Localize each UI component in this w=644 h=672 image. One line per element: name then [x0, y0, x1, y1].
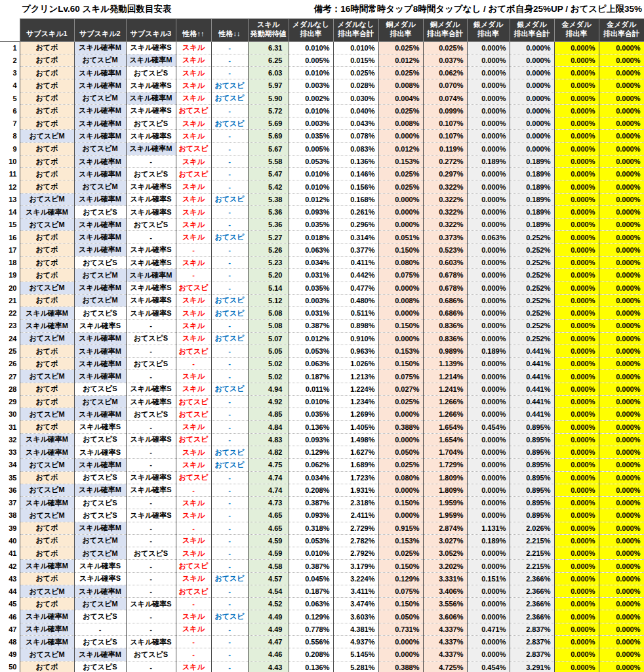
subskill3-cell[interactable]: スキル確率S — [126, 471, 176, 484]
silver-medal-total-cell[interactable]: 0.441% — [510, 408, 554, 421]
bronze-medal-total-cell[interactable]: 1.266% — [423, 408, 467, 421]
bronze-medal-total-cell[interactable]: 3.406% — [423, 585, 467, 597]
subskill2-cell[interactable]: おてスピM — [74, 294, 126, 306]
bronze-medal-rate-cell[interactable]: 0.000% — [378, 130, 423, 142]
subskill2-cell[interactable]: おてスピS — [74, 497, 126, 509]
silver-medal-total-cell[interactable]: 0.252% — [510, 320, 554, 332]
gold-medal-total-cell[interactable]: 0.000% — [599, 130, 644, 142]
nature-down-cell[interactable]: - — [211, 345, 248, 357]
none-medal-total-cell[interactable]: 1.026% — [333, 358, 378, 370]
silver-medal-total-cell[interactable]: 0.895% — [510, 471, 554, 484]
skill-expect-cell[interactable]: 4.46 — [248, 648, 289, 661]
skill-expect-cell[interactable]: 4.54 — [248, 585, 289, 597]
silver-medal-rate-cell[interactable]: 0.000% — [467, 269, 510, 282]
skill-expect-cell[interactable]: 6.31 — [248, 41, 289, 54]
bronze-medal-total-cell[interactable]: 0.107% — [423, 130, 467, 142]
bronze-medal-total-cell[interactable]: 1.139% — [423, 358, 467, 370]
bronze-medal-total-cell[interactable]: 3.027% — [423, 534, 467, 547]
subskill2-cell[interactable]: スキル確率S — [74, 560, 126, 572]
subskill2-cell[interactable]: スキル確率M — [74, 243, 126, 256]
bronze-medal-rate-cell[interactable]: 0.731% — [378, 623, 423, 635]
none-medal-total-cell[interactable]: 0.910% — [333, 332, 378, 345]
bronze-medal-rate-cell[interactable]: 0.025% — [378, 395, 423, 408]
bronze-medal-total-cell[interactable]: 4.725% — [423, 661, 467, 672]
none-medal-rate-cell[interactable]: 0.010% — [289, 41, 333, 54]
none-medal-total-cell[interactable]: 0.040% — [333, 104, 378, 117]
gold-medal-rate-cell[interactable]: 0.000% — [554, 395, 599, 408]
skill-expect-cell[interactable]: 4.74 — [248, 471, 289, 484]
silver-medal-total-cell[interactable]: 0.000% — [510, 79, 554, 92]
bronze-medal-total-cell[interactable]: 1.654% — [423, 433, 467, 446]
nature-down-cell[interactable]: - — [211, 661, 248, 672]
subskill1-cell[interactable]: おてボ — [20, 383, 74, 395]
bronze-medal-rate-cell[interactable]: 0.153% — [378, 345, 423, 357]
subskill1-cell[interactable]: おてボ — [20, 168, 74, 180]
nature-down-cell[interactable]: - — [211, 598, 248, 610]
nature-up-cell[interactable]: - — [176, 358, 211, 370]
nature-up-cell[interactable]: スキル — [176, 534, 211, 547]
nature-down-cell[interactable]: - — [211, 41, 248, 54]
subskill1-cell[interactable]: おてスピM — [20, 585, 74, 597]
gold-medal-rate-cell[interactable]: 0.000% — [554, 142, 599, 155]
subskill2-cell[interactable]: おてスピS — [74, 307, 126, 320]
subskill3-cell[interactable]: - — [126, 370, 176, 383]
subskill2-cell[interactable]: スキル確率M — [74, 79, 126, 92]
skill-expect-cell[interactable]: 5.38 — [248, 193, 289, 205]
nature-down-cell[interactable]: - — [211, 205, 248, 218]
bronze-medal-rate-cell[interactable]: 0.008% — [378, 79, 423, 92]
none-medal-rate-cell[interactable]: 0.062% — [289, 459, 333, 471]
subskill2-cell[interactable]: スキル確率M — [74, 219, 126, 231]
skill-expect-cell[interactable]: 4.65 — [248, 522, 289, 534]
subskill2-cell[interactable]: おてスピM — [74, 269, 126, 282]
none-medal-total-cell[interactable]: 2.729% — [333, 522, 378, 534]
gold-medal-rate-cell[interactable]: 0.000% — [554, 433, 599, 446]
silver-medal-total-cell[interactable]: 2.026% — [510, 522, 554, 534]
skill-expect-cell[interactable]: 4.82 — [248, 446, 289, 459]
subskill3-cell[interactable]: スキル確率S — [126, 104, 176, 117]
nature-up-cell[interactable]: スキル — [176, 661, 211, 672]
subskill3-cell[interactable]: スキル確率S — [126, 383, 176, 395]
gold-medal-rate-cell[interactable]: 0.000% — [554, 534, 599, 547]
bronze-medal-rate-cell[interactable]: 0.915% — [378, 522, 423, 534]
gold-medal-rate-cell[interactable]: 0.000% — [554, 408, 599, 421]
none-medal-rate-cell[interactable]: 0.031% — [289, 269, 333, 282]
subskill2-cell[interactable]: おてスピS — [74, 471, 126, 484]
gold-medal-total-cell[interactable]: 0.000% — [599, 142, 644, 155]
silver-medal-total-cell[interactable]: 0.441% — [510, 358, 554, 370]
none-medal-rate-cell[interactable]: 0.034% — [289, 471, 333, 484]
bronze-medal-rate-cell[interactable]: 0.000% — [378, 219, 423, 231]
nature-up-cell[interactable]: スキル — [176, 459, 211, 471]
subskill2-cell[interactable]: おてスピM — [74, 180, 126, 193]
nature-up-cell[interactable]: おてスピ — [176, 395, 211, 408]
subskill2-cell[interactable]: おてスピS — [74, 635, 126, 648]
silver-medal-rate-cell[interactable]: 0.000% — [467, 509, 510, 522]
silver-medal-rate-cell[interactable]: 0.000% — [467, 54, 510, 66]
bronze-medal-total-cell[interactable]: 3.606% — [423, 610, 467, 623]
skill-expect-cell[interactable]: 4.57 — [248, 572, 289, 585]
silver-medal-rate-cell[interactable]: 0.000% — [467, 433, 510, 446]
subskill2-cell[interactable]: スキル確率S — [74, 446, 126, 459]
subskill2-cell[interactable]: スキル確率M — [74, 155, 126, 167]
subskill1-cell[interactable]: スキル確率M — [20, 623, 74, 635]
gold-medal-total-cell[interactable]: 0.000% — [599, 522, 644, 534]
gold-medal-total-cell[interactable]: 0.000% — [599, 648, 644, 661]
bronze-medal-rate-cell[interactable]: 0.051% — [378, 231, 423, 243]
bronze-medal-rate-cell[interactable]: 0.008% — [378, 294, 423, 306]
subskill3-cell[interactable]: おてスピS — [126, 547, 176, 560]
gold-medal-total-cell[interactable]: 0.000% — [599, 92, 644, 104]
subskill1-cell[interactable]: スキル確率M — [20, 446, 74, 459]
silver-medal-total-cell[interactable]: 0.441% — [510, 345, 554, 357]
gold-medal-total-cell[interactable]: 0.000% — [599, 117, 644, 130]
silver-medal-total-cell[interactable]: 0.895% — [510, 446, 554, 459]
silver-medal-rate-cell[interactable]: 0.000% — [467, 130, 510, 142]
bronze-medal-total-cell[interactable]: 0.297% — [423, 168, 467, 180]
nature-up-cell[interactable]: スキル — [176, 41, 211, 54]
bronze-medal-rate-cell[interactable]: 0.075% — [378, 269, 423, 282]
gold-medal-total-cell[interactable]: 0.000% — [599, 155, 644, 167]
subskill3-cell[interactable]: - — [126, 623, 176, 635]
silver-medal-rate-cell[interactable]: 0.000% — [467, 560, 510, 572]
bronze-medal-rate-cell[interactable]: 0.025% — [378, 104, 423, 117]
skill-expect-cell[interactable]: 4.85 — [248, 408, 289, 421]
none-medal-total-cell[interactable]: 0.025% — [333, 67, 378, 79]
nature-up-cell[interactable]: スキル — [176, 54, 211, 66]
